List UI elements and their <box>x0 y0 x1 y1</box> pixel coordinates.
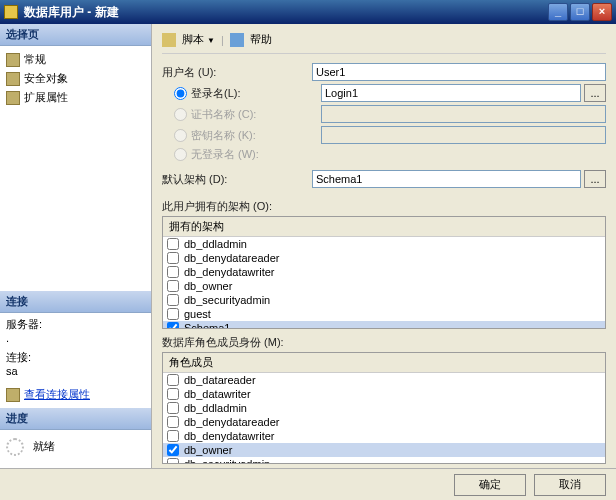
row-label: db_datareader <box>184 374 256 386</box>
select-page-header: 选择页 <box>0 24 151 46</box>
progress-status: 就绪 <box>33 440 55 452</box>
help-button[interactable]: 帮助 <box>250 32 272 47</box>
row-checkbox[interactable] <box>167 266 179 278</box>
row-label: db_ddladmin <box>184 238 247 250</box>
grid-row[interactable]: db_ddladmin <box>163 237 605 251</box>
row-checkbox[interactable] <box>167 308 179 320</box>
key-input <box>321 126 606 144</box>
login-browse-button[interactable]: ... <box>584 84 606 102</box>
grid-row[interactable]: db_denydatareader <box>163 251 605 265</box>
username-input[interactable] <box>312 63 606 81</box>
row-checkbox[interactable] <box>167 322 179 329</box>
sidebar-item-extended[interactable]: 扩展属性 <box>6 88 145 107</box>
login-radio[interactable] <box>174 87 187 100</box>
row-label: db_owner <box>184 280 232 292</box>
page-icon <box>6 53 20 67</box>
row-label: db_securityadmin <box>184 294 270 306</box>
row-label: guest <box>184 308 211 320</box>
sidebar-item-securables[interactable]: 安全对象 <box>6 69 145 88</box>
grid-row[interactable]: db_ddladmin <box>163 401 605 415</box>
row-checkbox[interactable] <box>167 238 179 250</box>
row-checkbox[interactable] <box>167 294 179 306</box>
cert-radio <box>174 108 187 121</box>
row-checkbox[interactable] <box>167 374 179 386</box>
footer: 确定 取消 <box>0 468 616 500</box>
roles-header: 角色成员 <box>163 353 605 373</box>
owned-schemas-grid[interactable]: 拥有的架构 db_ddladmindb_denydatareaderdb_den… <box>162 216 606 329</box>
server-value: . <box>6 332 145 344</box>
progress-spinner-icon <box>6 438 24 456</box>
grid-row[interactable]: db_owner <box>163 279 605 293</box>
props-icon <box>6 388 20 402</box>
cert-input <box>321 105 606 123</box>
login-input[interactable] <box>321 84 581 102</box>
row-label: db_securityadmin <box>184 458 270 465</box>
sidebar: 选择页 常规 安全对象 扩展属性 连接 服务器: . 连接: sa 查看连接属性… <box>0 24 152 468</box>
connection-value: sa <box>6 365 145 377</box>
sidebar-item-general[interactable]: 常规 <box>6 50 145 69</box>
row-checkbox[interactable] <box>167 388 179 400</box>
cert-label: 证书名称 (C): <box>191 107 321 122</box>
row-label: db_denydatareader <box>184 416 279 428</box>
row-label: db_denydatawriter <box>184 266 275 278</box>
row-checkbox[interactable] <box>167 416 179 428</box>
key-label: 密钥名称 (K): <box>191 128 321 143</box>
roles-label: 数据库角色成员身份 (M): <box>162 335 606 350</box>
nologin-label: 无登录名 (W): <box>191 147 321 162</box>
grid-row[interactable]: db_denydatawriter <box>163 429 605 443</box>
grid-row[interactable]: db_datareader <box>163 373 605 387</box>
grid-row[interactable]: db_securityadmin <box>163 293 605 307</box>
minimize-button[interactable]: _ <box>548 3 568 21</box>
row-checkbox[interactable] <box>167 444 179 456</box>
grid-row[interactable]: db_owner <box>163 443 605 457</box>
maximize-button[interactable]: □ <box>570 3 590 21</box>
key-radio <box>174 129 187 142</box>
cancel-button[interactable]: 取消 <box>534 474 606 496</box>
page-list: 常规 安全对象 扩展属性 <box>0 46 151 111</box>
row-label: db_ddladmin <box>184 402 247 414</box>
window-title: 数据库用户 - 新建 <box>24 4 546 21</box>
owned-schemas-header: 拥有的架构 <box>163 217 605 237</box>
grid-row[interactable]: db_datawriter <box>163 387 605 401</box>
owned-schemas-label: 此用户拥有的架构 (O): <box>162 199 606 214</box>
row-checkbox[interactable] <box>167 458 179 465</box>
content-pane: 脚本 ▼ | 帮助 用户名 (U): 登录名(L): ... 证书名称 (C): <box>152 24 616 468</box>
sidebar-item-label: 常规 <box>24 52 46 67</box>
grid-row[interactable]: db_denydatawriter <box>163 265 605 279</box>
chevron-down-icon: ▼ <box>207 36 215 45</box>
row-label: db_denydatareader <box>184 252 279 264</box>
view-connection-link[interactable]: 查看连接属性 <box>24 387 90 402</box>
ok-button[interactable]: 确定 <box>454 474 526 496</box>
connection-header: 连接 <box>0 291 151 313</box>
help-icon <box>230 33 244 47</box>
toolbar: 脚本 ▼ | 帮助 <box>162 30 606 54</box>
connection-label: 连接: <box>6 350 145 365</box>
view-connection-props[interactable]: 查看连接属性 <box>6 385 145 404</box>
app-icon <box>4 5 18 19</box>
sidebar-item-label: 安全对象 <box>24 71 68 86</box>
row-checkbox[interactable] <box>167 430 179 442</box>
username-label: 用户名 (U): <box>162 65 312 80</box>
nologin-radio <box>174 148 187 161</box>
row-label: Schema1 <box>184 322 230 329</box>
close-button[interactable]: × <box>592 3 612 21</box>
grid-row[interactable]: guest <box>163 307 605 321</box>
default-schema-input[interactable] <box>312 170 581 188</box>
page-icon <box>6 91 20 105</box>
grid-row[interactable]: Schema1 <box>163 321 605 329</box>
server-label: 服务器: <box>6 317 145 332</box>
script-icon <box>162 33 176 47</box>
row-checkbox[interactable] <box>167 252 179 264</box>
title-bar: 数据库用户 - 新建 _ □ × <box>0 0 616 24</box>
roles-grid[interactable]: 角色成员 db_datareaderdb_datawriterdb_ddladm… <box>162 352 606 465</box>
login-label: 登录名(L): <box>191 86 321 101</box>
row-label: db_denydatawriter <box>184 430 275 442</box>
grid-row[interactable]: db_securityadmin <box>163 457 605 465</box>
default-schema-label: 默认架构 (D): <box>162 172 312 187</box>
schema-browse-button[interactable]: ... <box>584 170 606 188</box>
grid-row[interactable]: db_denydatareader <box>163 415 605 429</box>
script-button[interactable]: 脚本 ▼ <box>182 32 215 47</box>
row-checkbox[interactable] <box>167 280 179 292</box>
page-icon <box>6 72 20 86</box>
row-checkbox[interactable] <box>167 402 179 414</box>
